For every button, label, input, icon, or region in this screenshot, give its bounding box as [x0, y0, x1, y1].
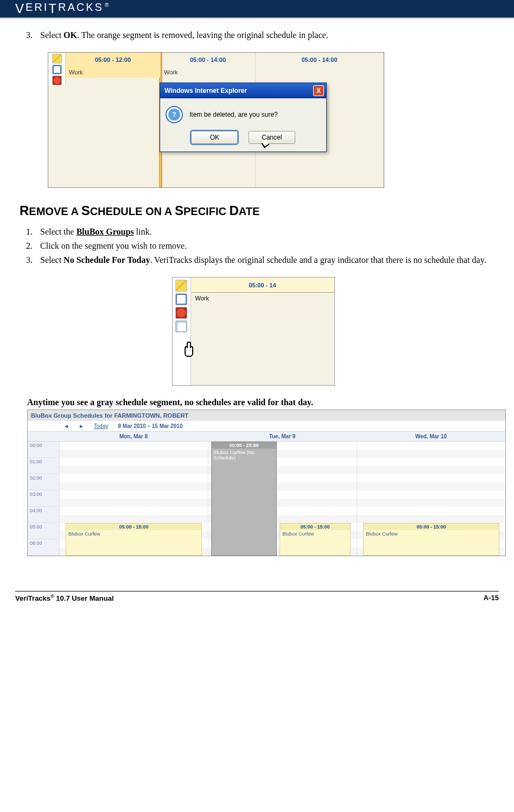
- figure-calendar: BluBox Group Schedules for FARMINGTOWN, …: [27, 410, 506, 556]
- text-fragment: link.: [134, 227, 152, 236]
- pencil-icon: [175, 280, 187, 292]
- block-body: Blubox Curfew: [66, 530, 201, 538]
- step-3: 3. Select No Schedule For Today. VeriTra…: [20, 255, 487, 265]
- ok-button[interactable]: OK: [191, 131, 238, 144]
- dialog-title: Windows Internet Explorer: [164, 87, 247, 95]
- step-number: 2.: [20, 241, 40, 251]
- section-heading: REMOVE A SCHEDULE ON A SPECIFIC DATE Rem…: [20, 203, 487, 218]
- footer-manual: 10.7 User Manual: [54, 594, 114, 602]
- hour-label: 06:00: [28, 539, 59, 556]
- step-1: 1. Select the BluBox Groups link.: [20, 227, 487, 237]
- delete-icon: [175, 307, 187, 319]
- registered-mark: ®: [105, 2, 110, 8]
- pencil-icon: [52, 54, 62, 64]
- no-schedule-icon[interactable]: [175, 320, 187, 332]
- schedule-block[interactable]: 05:00 - 15:00 Blubox Curfew: [280, 523, 351, 556]
- col-header: 05:00 - 12:00: [66, 53, 160, 67]
- day-tue: Tue, Mar 9: [208, 432, 357, 441]
- calendar-grid: 00:00 01:00 02:00 03:00 04:00 05:00 06:0…: [28, 442, 505, 556]
- col-header: 05:00 - 14: [191, 278, 334, 293]
- page-footer: VeriTracks® 10.7 User Manual A-15: [15, 591, 499, 602]
- calendar-icon: [52, 65, 62, 74]
- col-body: Work: [191, 293, 334, 385]
- next-arrow-icon[interactable]: ►: [79, 423, 84, 429]
- footer-left: VeriTracks® 10.7 User Manual: [15, 594, 114, 602]
- figure-toolbar-hover: 05:00 - 14 Work: [172, 277, 335, 386]
- block-body: Blubox Curfew (No Schedule): [212, 449, 276, 462]
- col-header: 05:00 - 14:00: [161, 53, 255, 67]
- close-icon[interactable]: X: [313, 85, 324, 96]
- step-number: 1.: [20, 227, 40, 237]
- col-body: Work: [161, 67, 255, 78]
- logo: VVERITRACKSERITRACKS®: [15, 1, 110, 16]
- dialog-message: Item be deleted, are you sure?: [189, 111, 278, 118]
- hour-label: 01:00: [28, 458, 59, 474]
- block-body: Blubox Curfew: [280, 530, 350, 538]
- step-2: 2. Click on the segment you wish to remo…: [20, 241, 487, 251]
- text-fragment: . The orange segment is removed, leaving…: [77, 30, 328, 40]
- cursor-icon: [258, 141, 267, 152]
- step-text: Click on the segment you wish to remove.: [40, 241, 487, 251]
- hour-label: 00:00: [28, 442, 59, 458]
- question-icon: ?: [166, 106, 183, 123]
- ordered-steps: 1. Select the BluBox Groups link. 2. Cli…: [20, 227, 487, 265]
- col-body: Work: [66, 67, 160, 78]
- time-axis: 00:00 01:00 02:00 03:00 04:00 05:00 06:0…: [28, 442, 59, 556]
- hour-label: 03:00: [28, 490, 59, 507]
- step-number: 3.: [20, 30, 40, 40]
- text-fragment: Select: [40, 255, 64, 265]
- day-mon: Mon, Mar 8: [59, 432, 208, 441]
- question-mark: ?: [168, 109, 180, 121]
- step-3-intro: 3. Select OK. The orange segment is remo…: [20, 30, 487, 40]
- registered-mark: ®: [50, 594, 54, 599]
- calendar-icon: [175, 293, 187, 305]
- dialog-titlebar: Windows Internet Explorer X: [160, 83, 326, 98]
- day-headers: Mon, Mar 8 Tue, Mar 9 Wed, Mar 10: [28, 431, 505, 442]
- col-body: [256, 67, 383, 71]
- step-number: 3.: [20, 255, 40, 265]
- dialog-body: ? Item be deleted, are you sure?: [160, 98, 326, 128]
- no-schedule-block[interactable]: 00:00 - 23:59 Blubox Curfew (No Schedule…: [211, 442, 276, 556]
- block-header: 00:00 - 23:59: [212, 442, 276, 449]
- day-col-tue: 00:00 - 23:59 Blubox Curfew (No Schedule…: [208, 442, 357, 556]
- date-range: 8 Mar 2010 – 15 Mar 2010: [118, 423, 183, 429]
- bold-ok: OK: [64, 30, 77, 40]
- step-text: Select OK. The orange segment is removed…: [40, 30, 487, 40]
- col-header: 05:00 - 14:00: [256, 53, 383, 67]
- schedule-block[interactable]: 05:00 - 15:00 Blubox Curfew: [66, 523, 202, 556]
- block-body: Blubox Curfew: [364, 530, 499, 538]
- block-header: 05:00 - 15:00: [66, 524, 201, 530]
- calendar-title: BluBox Group Schedules for FARMINGTOWN, …: [28, 410, 505, 421]
- today-link[interactable]: Today: [94, 423, 109, 429]
- confirm-dialog: Windows Internet Explorer X ? Item be de…: [160, 83, 327, 152]
- hour-label: 04:00: [28, 507, 59, 523]
- toolbar: [173, 278, 191, 385]
- hour-label: 05:00: [28, 523, 59, 539]
- note-text: Anytime you see a gray schedule segment,…: [27, 398, 487, 407]
- day-col-wed: 05:00 - 15:00 Blubox Curfew: [357, 442, 505, 556]
- document-header: VVERITRACKSERITRACKS®: [0, 0, 514, 18]
- dialog-buttons: OK Cancel: [160, 128, 326, 152]
- link-blubox-groups: BluBox Groups: [77, 227, 134, 236]
- page-number: A-15: [484, 594, 499, 602]
- footer-product: VeriTracks: [15, 594, 50, 602]
- block-header: 05:00 - 15:00: [280, 524, 350, 530]
- delete-icon: [52, 75, 62, 85]
- calendar-nav: ◄ ► Today 8 Mar 2010 – 15 Mar 2010: [28, 421, 505, 431]
- prev-arrow-icon[interactable]: ◄: [64, 423, 69, 429]
- day-wed: Wed, Mar 10: [357, 432, 505, 441]
- text-fragment: Select the: [40, 227, 77, 236]
- bold-no-schedule: No Schedule For Today: [64, 255, 150, 265]
- hand-cursor-icon: [180, 342, 195, 358]
- figure-confirm-dialog: 05:00 - 12:00 Work 05:00 - 14:00 Work 05…: [48, 52, 384, 188]
- text-fragment: Select: [40, 30, 64, 40]
- text-fragment: . VeriTracks displays the original sched…: [150, 255, 486, 265]
- toolbar: [48, 53, 66, 85]
- cancel-button[interactable]: Cancel: [249, 131, 295, 144]
- day-col-mon: 05:00 - 15:00 Blubox Curfew: [59, 442, 208, 556]
- schedule-block[interactable]: 05:00 - 15:00 Blubox Curfew: [363, 523, 499, 556]
- hour-label: 02:00: [28, 474, 59, 490]
- column-1: 05:00 - 12:00 Work: [66, 53, 161, 187]
- block-header: 05:00 - 15:00: [364, 524, 499, 530]
